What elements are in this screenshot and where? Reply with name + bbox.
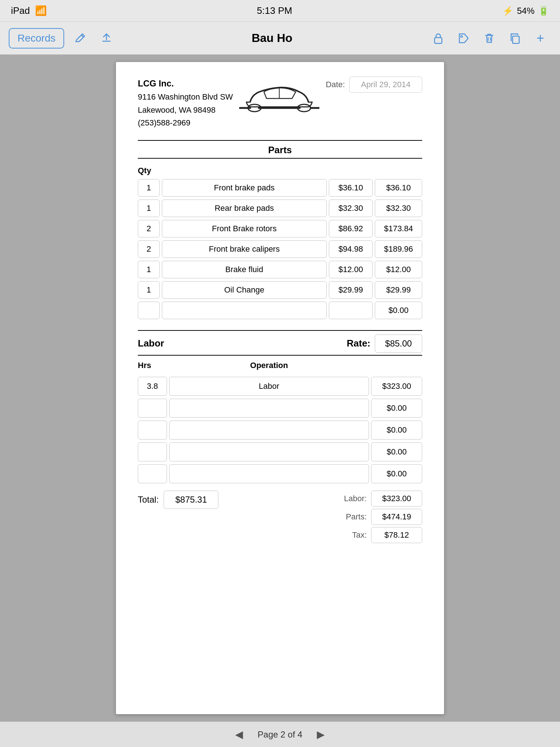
- labor-total-2[interactable]: $0.00: [371, 421, 422, 440]
- parts-desc-0[interactable]: Front brake pads: [162, 179, 327, 197]
- battery-icon: 🔋: [538, 6, 549, 16]
- labor-op-3[interactable]: [169, 442, 369, 461]
- copy-button[interactable]: [504, 27, 526, 49]
- labor-op-1[interactable]: [169, 399, 369, 418]
- rate-label: Rate:: [347, 338, 370, 349]
- parts-price-4[interactable]: $12.00: [329, 261, 373, 278]
- records-button[interactable]: Records: [9, 28, 64, 49]
- labor-hrs-2[interactable]: [138, 421, 167, 440]
- labor-row-0: 3.8 Labor $323.00: [138, 377, 422, 396]
- parts-row: 1 Oil Change $29.99 $29.99: [138, 281, 422, 299]
- labor-section-header: Labor Rate: $85.00: [138, 330, 422, 356]
- tag-button[interactable]: [453, 27, 475, 49]
- qty-col-header: Qty: [138, 164, 422, 179]
- parts-section-header: Parts: [138, 140, 422, 159]
- parts-total-3[interactable]: $189.96: [375, 240, 422, 258]
- share-button[interactable]: [96, 28, 117, 49]
- lock-icon: [432, 32, 445, 45]
- labor-total-0[interactable]: $323.00: [371, 377, 422, 396]
- parts-qty-3[interactable]: 2: [138, 240, 160, 258]
- hrs-col-header: Hrs: [138, 361, 167, 370]
- parts-subtotal-label: Parts:: [338, 512, 367, 522]
- car-logo: [233, 77, 326, 117]
- lock-button[interactable]: [427, 27, 449, 49]
- nav-right: +: [427, 27, 551, 49]
- labor-hrs-1[interactable]: [138, 399, 167, 418]
- labor-hrs-4[interactable]: [138, 464, 167, 483]
- nav-left: Records: [9, 28, 117, 49]
- rate-section: Rate: $85.00: [347, 334, 422, 353]
- parts-price-6[interactable]: [329, 302, 373, 319]
- svg-point-2: [460, 35, 462, 37]
- invoice-header: LCG Inc. 9116 Washington Blvd SW Lakewoo…: [138, 77, 422, 129]
- parts-desc-5[interactable]: Oil Change: [162, 281, 327, 299]
- total-value[interactable]: $875.31: [164, 491, 218, 509]
- device-label: iPad: [11, 5, 30, 16]
- labor-op-0[interactable]: Labor: [169, 377, 369, 396]
- parts-total-4[interactable]: $12.00: [375, 261, 422, 278]
- labor-total-4[interactable]: $0.00: [371, 464, 422, 483]
- parts-total-2[interactable]: $173.84: [375, 220, 422, 237]
- grand-total: Total: $875.31: [138, 491, 218, 509]
- company-name: LCG Inc.: [138, 77, 233, 90]
- parts-subtotal-value: $474.19: [371, 509, 422, 525]
- edit-button[interactable]: [70, 28, 90, 49]
- operation-col-header: Operation: [169, 361, 369, 370]
- labor-total-3[interactable]: $0.00: [371, 442, 422, 461]
- status-right: ⚡ 54% 🔋: [502, 6, 549, 16]
- battery-level: 54%: [517, 6, 534, 16]
- subtotals: Labor: $323.00 Parts: $474.19 Tax: $78.1…: [338, 491, 422, 543]
- parts-desc-1[interactable]: Rear brake pads: [162, 200, 327, 217]
- parts-qty-2[interactable]: 2: [138, 220, 160, 237]
- parts-price-1[interactable]: $32.30: [329, 200, 373, 217]
- parts-price-2[interactable]: $86.92: [329, 220, 373, 237]
- add-button[interactable]: +: [529, 27, 551, 49]
- status-bar: iPad 📶 5:13 PM ⚡ 54% 🔋: [0, 0, 560, 22]
- tag-icon: [457, 32, 470, 45]
- parts-price-3[interactable]: $94.98: [329, 240, 373, 258]
- labor-op-4[interactable]: [169, 464, 369, 483]
- rate-value[interactable]: $85.00: [375, 334, 422, 353]
- parts-row: 2 Front Brake rotors $86.92 $173.84: [138, 220, 422, 237]
- parts-qty-5[interactable]: 1: [138, 281, 160, 299]
- labor-hrs-3[interactable]: [138, 442, 167, 461]
- prev-page-button[interactable]: ◀: [235, 728, 243, 740]
- parts-desc-6[interactable]: [162, 302, 327, 319]
- labor-subtotal-row: Labor: $323.00: [338, 491, 422, 507]
- parts-desc-4[interactable]: Brake fluid: [162, 261, 327, 278]
- tax-row: Tax: $78.12: [338, 527, 422, 543]
- company-phone: (253)588-2969: [138, 116, 233, 129]
- parts-qty-4[interactable]: 1: [138, 261, 160, 278]
- date-value[interactable]: April 29, 2014: [349, 77, 422, 93]
- parts-total-1[interactable]: $32.30: [375, 200, 422, 217]
- parts-table: 1 Front brake pads $36.10 $36.10 1 Rear …: [138, 179, 422, 319]
- labor-hrs-0[interactable]: 3.8: [138, 377, 167, 396]
- company-info: LCG Inc. 9116 Washington Blvd SW Lakewoo…: [138, 77, 233, 129]
- parts-qty-0[interactable]: 1: [138, 179, 160, 197]
- parts-total-5[interactable]: $29.99: [375, 281, 422, 299]
- parts-qty-6[interactable]: [138, 302, 160, 319]
- parts-row: $0.00: [138, 302, 422, 319]
- labor-row-4: $0.00: [138, 464, 422, 483]
- parts-total-0[interactable]: $36.10: [375, 179, 422, 197]
- status-time: 5:13 PM: [257, 5, 292, 16]
- parts-qty-1[interactable]: 1: [138, 200, 160, 217]
- nav-bar: Records Bau Ho: [0, 22, 560, 55]
- parts-desc-2[interactable]: Front Brake rotors: [162, 220, 327, 237]
- status-left: iPad 📶: [11, 5, 47, 16]
- parts-total-6[interactable]: $0.00: [375, 302, 422, 319]
- labor-op-2[interactable]: [169, 421, 369, 440]
- labor-row-3: $0.00: [138, 442, 422, 461]
- parts-row: 1 Front brake pads $36.10 $36.10: [138, 179, 422, 197]
- bottom-bar: ◀ Page 2 of 4 ▶: [0, 721, 560, 747]
- next-page-button[interactable]: ▶: [317, 728, 325, 740]
- tax-label: Tax:: [338, 530, 367, 540]
- total-label: Total:: [138, 495, 159, 505]
- parts-row: 1 Brake fluid $12.00 $12.00: [138, 261, 422, 278]
- parts-price-5[interactable]: $29.99: [329, 281, 373, 299]
- parts-row: 1 Rear brake pads $32.30 $32.30: [138, 200, 422, 217]
- parts-price-0[interactable]: $36.10: [329, 179, 373, 197]
- labor-total-1[interactable]: $0.00: [371, 399, 422, 418]
- parts-desc-3[interactable]: Front brake calipers: [162, 240, 327, 258]
- trash-button[interactable]: [478, 27, 500, 49]
